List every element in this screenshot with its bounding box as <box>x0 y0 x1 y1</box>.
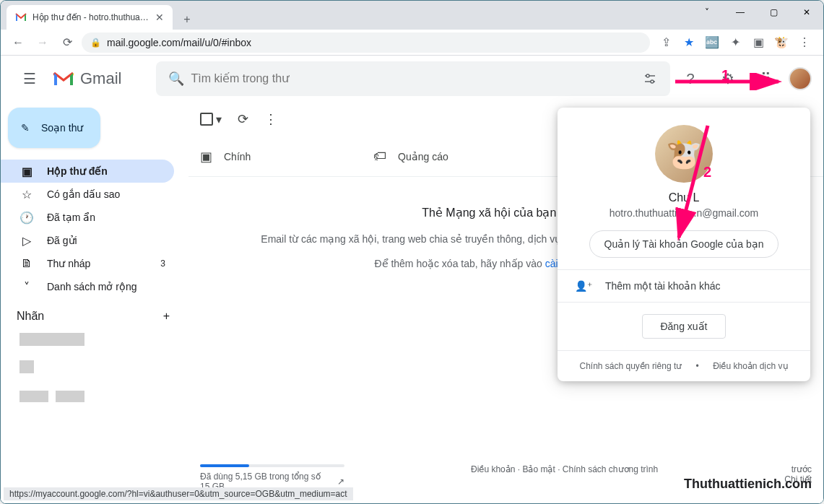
browser-nav-bar: ← → ⟳ 🔒 mail.google.com/mail/u/0/#inbox … <box>1 30 823 56</box>
annotation-arrow-1 <box>672 73 787 90</box>
sidebar-item-inbox[interactable]: ▣ Hộp thư đến <box>1 160 174 183</box>
forward-button[interactable]: → <box>32 32 53 53</box>
pencil-icon: ✎ <box>21 122 30 134</box>
sidebar-item-snoozed[interactable]: 🕐 Đã tạm ẩn <box>1 206 174 229</box>
labels-title: Nhãn <box>17 310 44 323</box>
sidebar-item-drafts[interactable]: 🗎 Thư nháp 3 <box>1 252 174 275</box>
main-menu-button[interactable]: ☰ <box>12 61 47 96</box>
window-maximize-button[interactable]: ▢ <box>757 1 790 24</box>
browser-status-bar: https://myaccount.google.com/?hl=vi&auth… <box>4 487 353 500</box>
gmail-logo-icon <box>53 71 74 87</box>
url-bar[interactable]: 🔒 mail.google.com/mail/u/0/#inbox <box>82 32 650 53</box>
star-icon: ☆ <box>19 188 34 201</box>
gmail-logo[interactable]: Gmail <box>53 69 121 88</box>
search-input[interactable] <box>191 72 636 85</box>
extensions-icon[interactable]: ✦ <box>727 34 744 51</box>
signout-button[interactable]: Đăng xuất <box>642 314 725 339</box>
svg-point-3 <box>651 80 654 83</box>
popup-footer: Chính sách quyền riêng tư • Điều khoản d… <box>558 351 810 381</box>
new-tab-button[interactable]: + <box>177 9 197 30</box>
browser-menu-icon[interactable]: ⋮ <box>796 34 813 51</box>
lock-icon: 🔒 <box>90 38 101 48</box>
label-placeholder <box>19 360 34 373</box>
window-close-button[interactable]: ✕ <box>790 1 823 24</box>
bookmark-star-icon[interactable]: ★ <box>680 34 698 51</box>
sidebar-item-more[interactable]: ˅ Danh sách mở rộng <box>1 275 174 298</box>
profile-avatar-icon[interactable]: 🐮 <box>773 34 790 51</box>
watermark: Thuthuattienich.com <box>684 477 812 492</box>
compose-button[interactable]: ✎ Soạn thư <box>8 108 100 148</box>
account-avatar[interactable] <box>789 67 812 90</box>
tab-promotions[interactable]: 🏷 Quảng cáo <box>362 136 492 176</box>
label-placeholder <box>19 333 84 346</box>
share-icon[interactable]: ⇪ <box>657 34 675 51</box>
search-icon: 🔍 <box>162 71 191 87</box>
window-down-button[interactable]: ˅ <box>690 1 724 24</box>
send-icon: ▷ <box>19 234 34 248</box>
sidebar-item-starred[interactable]: ☆ Có gắn dấu sao <box>1 183 174 206</box>
tab-title: Hộp thư đến - hotro.thuthuattien... <box>32 12 149 22</box>
sidebar-label: Đã tạm ẩn <box>47 212 165 223</box>
sidebar-label: Hộp thư đến <box>47 165 165 177</box>
draft-icon: 🗎 <box>19 257 34 270</box>
sidebar-label: Đã gửi <box>47 235 165 246</box>
open-link-icon[interactable]: ↗ <box>337 477 344 487</box>
browser-tab[interactable]: Hộp thư đến - hotro.thuthuattien... ✕ <box>6 5 173 30</box>
footer-links[interactable]: Điều khoản · Bảo mật · Chính sách chương… <box>344 464 784 474</box>
dropdown-icon: ▾ <box>216 113 222 126</box>
tag-icon: 🏷 <box>373 149 386 164</box>
window-minimize-button[interactable]: — <box>724 1 757 24</box>
person-add-icon: 👤⁺ <box>575 280 592 292</box>
search-box[interactable]: 🔍 <box>156 61 670 96</box>
drafts-count: 3 <box>160 258 165 269</box>
gmail-favicon <box>15 12 27 23</box>
add-account-label: Thêm một tài khoản khác <box>605 280 721 292</box>
sidebar-label: Thư nháp <box>47 258 147 269</box>
translate-icon[interactable]: 🔤 <box>703 34 721 51</box>
reload-button[interactable]: ⟳ <box>57 32 77 53</box>
back-button[interactable]: ← <box>8 32 28 53</box>
clock-icon: 🕐 <box>19 211 34 225</box>
terms-link[interactable]: Điều khoản dịch vụ <box>713 361 788 371</box>
select-all-checkbox[interactable]: ▾ <box>200 113 222 126</box>
gmail-logo-text: Gmail <box>80 69 121 88</box>
add-account-button[interactable]: 👤⁺ Thêm một tài khoản khác <box>558 270 810 303</box>
svg-point-2 <box>646 74 649 77</box>
labels-section-header: Nhãn + <box>1 298 186 329</box>
tab-primary[interactable]: ▣ Chính <box>188 136 318 176</box>
compose-label: Soạn thư <box>41 122 83 134</box>
tab-label: Chính <box>224 151 251 162</box>
annotation-arrow-2 <box>672 122 715 245</box>
sidebar-label: Có gắn dấu sao <box>47 188 165 200</box>
tab-label: Quảng cáo <box>398 151 448 162</box>
inbox-tab-icon: ▣ <box>200 149 212 165</box>
sidebar: ✎ Soạn thư ▣ Hộp thư đến ☆ Có gắn dấu sa… <box>1 102 186 503</box>
extension-box-icon[interactable]: ▣ <box>750 34 767 51</box>
more-menu-button[interactable]: ⋮ <box>264 111 277 127</box>
privacy-link[interactable]: Chính sách quyền riêng tư <box>579 361 682 371</box>
add-label-button[interactable]: + <box>163 310 170 323</box>
search-options-icon[interactable] <box>636 71 664 86</box>
url-text: mail.google.com/mail/u/0/#inbox <box>107 37 251 48</box>
window-controls: ˅ — ▢ ✕ <box>690 1 823 24</box>
chevron-down-icon: ˅ <box>19 280 34 294</box>
label-placeholder <box>56 391 84 402</box>
label-placeholder <box>19 391 48 402</box>
svg-line-5 <box>679 126 708 238</box>
sidebar-label: Danh sách mở rộng <box>47 281 165 292</box>
inbox-icon: ▣ <box>19 165 34 178</box>
refresh-button[interactable]: ⟳ <box>238 111 248 127</box>
sidebar-item-sent[interactable]: ▷ Đã gửi <box>1 229 174 252</box>
tab-close-button[interactable]: ✕ <box>155 12 164 23</box>
